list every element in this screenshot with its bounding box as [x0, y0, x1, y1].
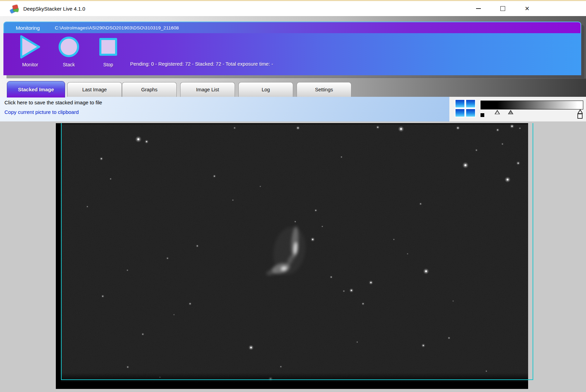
monitoring-label: Monitoring	[16, 25, 40, 31]
tab-graphs[interactable]: Graphs	[122, 82, 177, 97]
tab-settings[interactable]: Settings	[297, 82, 351, 97]
white-point-handle[interactable]	[577, 114, 583, 119]
blue-square-icon	[456, 100, 464, 107]
maximize-icon	[500, 6, 505, 11]
window-title: DeepSkyStacker Live 4.1.0	[23, 6, 85, 12]
midtone-marker[interactable]	[508, 110, 513, 114]
monitoring-panel: Monitoring C:\AstroImages\ASI290\DSO2019…	[3, 22, 581, 75]
monitor-button-label: Monitor	[13, 62, 47, 67]
blue-square-icon	[456, 109, 464, 117]
blue-square-icon	[466, 100, 475, 107]
minimize-icon	[476, 8, 481, 9]
monitoring-bar: Monitoring C:\AstroImages\ASI290\DSO2019…	[3, 22, 581, 33]
stop-button[interactable]: Stop	[91, 35, 125, 69]
display-controls	[449, 97, 586, 121]
app-icon	[10, 5, 19, 13]
stack-button[interactable]: Stack	[52, 35, 86, 69]
title-bar: DeepSkyStacker Live 4.1.0 ✕	[0, 1, 586, 16]
image-viewer	[0, 121, 586, 392]
blue-square-icon	[466, 109, 475, 117]
toolbar: MonitorStackStop Pending: 0 - Registered…	[3, 33, 581, 75]
stop-button-label: Stop	[91, 62, 125, 67]
stacking-status-text: Pending: 0 - Registered: 72 - Stacked: 7…	[130, 61, 273, 67]
alignment-selection-rect[interactable]	[61, 123, 533, 380]
stacked-image-actions: Click here to save the stacked image to …	[0, 97, 449, 121]
copy-to-clipboard-link[interactable]: Copy current picture to clipboard	[4, 109, 79, 115]
stack-button-label: Stack	[52, 62, 86, 67]
tab-last-image[interactable]: Last Image	[67, 82, 122, 97]
monitor-button[interactable]: Monitor	[13, 35, 47, 69]
close-button[interactable]: ✕	[519, 1, 536, 16]
triangle-icon	[19, 35, 41, 59]
tab-log[interactable]: Log	[238, 82, 293, 97]
maximize-button[interactable]	[494, 1, 511, 16]
black-point-marker[interactable]	[495, 110, 500, 114]
circle-icon	[58, 35, 80, 59]
save-stacked-image-link[interactable]: Click here to save the stacked image to …	[4, 100, 102, 105]
close-icon: ✕	[525, 6, 529, 12]
white-point-marker[interactable]	[577, 109, 583, 114]
tab-image-list[interactable]: Image List	[180, 82, 235, 97]
four-panel-view-icon[interactable]	[456, 100, 475, 118]
minimize-button[interactable]	[470, 1, 487, 16]
monitored-folder-path: C:\AstroImages\ASI290\DSO201903\DSO\3103…	[55, 25, 179, 30]
action-row: Click here to save the stacked image to …	[0, 97, 586, 121]
black-level-swatch[interactable]	[481, 113, 484, 117]
tab-stacked-image[interactable]: Stacked Image	[7, 81, 65, 97]
tab-bar: Stacked ImageLast ImageGraphsImage ListL…	[0, 79, 586, 97]
levels-gradient-bar[interactable]	[481, 101, 583, 109]
square-icon	[97, 35, 120, 59]
